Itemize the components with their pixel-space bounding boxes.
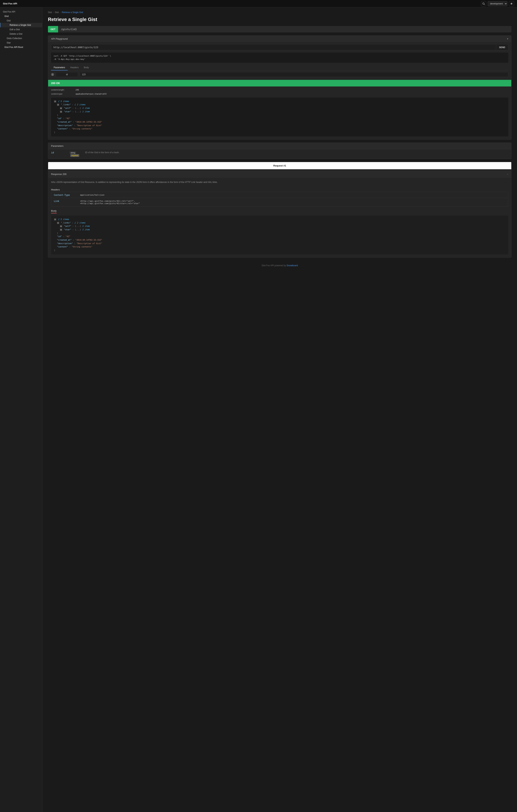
body-json-root-close: } xyxy=(54,249,506,252)
tab-parameters[interactable]: Parameters xyxy=(51,65,68,70)
tab-headers[interactable]: Headers xyxy=(68,65,81,70)
body-section-header: Body xyxy=(51,208,508,214)
json-links-close: } xyxy=(57,114,506,117)
body-json-content: "content" : "String contents" xyxy=(57,245,506,249)
search-button[interactable] xyxy=(481,1,486,6)
json-content: "content" : "String contents" xyxy=(57,127,506,131)
body-json-description: "description" : "Description of Gist" xyxy=(57,242,506,245)
method-badge: GET xyxy=(48,26,58,32)
param-table-type-required: string required xyxy=(66,149,82,159)
theme-toggle-button[interactable] xyxy=(509,1,514,6)
body-toggle-star[interactable]: ⊞ xyxy=(60,229,62,231)
header-row-link: Link <http://api.gistfox.com/gists/42>;r… xyxy=(52,198,508,206)
url-bar: SEND xyxy=(51,44,508,50)
body-toggle-links[interactable]: ⊟ xyxy=(57,222,59,224)
param-row: i xyxy=(48,70,511,78)
content-type-value: application/hal+json; charset=utf-8 xyxy=(76,92,107,96)
main-layout: Gist Fox API Gist Gist Retrieve a Single… xyxy=(0,7,517,812)
param-info-icon: i xyxy=(51,73,54,76)
breadcrumb-sep2: › xyxy=(60,11,61,13)
headers-table: Content-Type application/hal+json Link <… xyxy=(51,192,508,207)
body-label: Body xyxy=(51,210,57,213)
chevron-up-icon: ▾ xyxy=(507,37,508,40)
json-self: ⊞ "self" : {...} 1 item xyxy=(60,107,506,110)
send-button[interactable]: SEND xyxy=(496,45,508,50)
curl-line1: curl -X GET 'http://localhost:8087/gists… xyxy=(54,54,506,58)
breadcrumb-gist2-link[interactable]: Gist xyxy=(55,11,59,13)
request-header: Request #1 xyxy=(48,162,511,169)
playground-header[interactable]: API Playground ▾ xyxy=(48,36,511,42)
response-ok-badge: 200 OK xyxy=(48,80,511,86)
json-id: "id" : "42" xyxy=(57,117,506,120)
body-json-id: "id" : "42" xyxy=(57,235,506,238)
tab-body[interactable]: Body xyxy=(81,65,91,70)
json-links: ⊟ "_links" : { 2 items xyxy=(57,103,506,107)
sidebar-item-star[interactable]: Star xyxy=(0,40,42,45)
theme-icon xyxy=(510,2,513,5)
body-json-root: ⊟ { 5 items xyxy=(54,218,506,221)
url-input[interactable] xyxy=(51,45,496,50)
json-toggle-root[interactable]: ⊟ xyxy=(54,100,56,103)
body-json-self: ⊞ "self" : {...} 1 item xyxy=(60,225,506,228)
sidebar-item-gist-fox-api-top[interactable]: Gist Fox API xyxy=(0,9,42,14)
parameters-table: id string required ID of the Gist in the… xyxy=(48,149,511,159)
top-nav: Gist Fox API developmentproductionstagin… xyxy=(0,0,517,7)
body-toggle-root[interactable]: ⊟ xyxy=(54,218,56,221)
curl-block: curl -X GET 'http://localhost:8087/gists… xyxy=(51,53,508,63)
json-toggle-self[interactable]: ⊞ xyxy=(60,107,62,109)
json-created-at: "created_at" : "2014-04-14T02:15:15Z" xyxy=(57,120,506,124)
body-toggle-self[interactable]: ⊞ xyxy=(60,225,62,227)
header-key-link: Link xyxy=(52,198,78,206)
json-root-open: ⊟ { 5 items xyxy=(54,100,506,103)
body-json-links-close: } xyxy=(57,232,506,235)
param-name-input[interactable] xyxy=(56,72,78,77)
header-row-content-type: Content-Type application/hal+json xyxy=(52,192,508,198)
response-status-label: Response 200 xyxy=(51,173,66,176)
param-table-name: id xyxy=(48,149,66,159)
body-json-created-at: "created_at" : "2014-04-14T02:15:15Z" xyxy=(57,238,506,242)
sidebar-item-gist-sub[interactable]: Gist xyxy=(0,19,42,23)
footer-text: Gist Fox API powered by xyxy=(262,264,287,267)
main-content: Gist › Gist › Retrieve a Single Gist Ret… xyxy=(42,7,517,812)
breadcrumb-sep1: › xyxy=(53,11,54,13)
param-value-input[interactable] xyxy=(80,72,508,77)
header-value-link: <http://api.gistfox.com/gists/42>;rel="s… xyxy=(78,198,508,206)
response-headers-section: Headers Content-Type application/hal+jso… xyxy=(51,187,508,207)
json-star: ⊞ "star" : {...} 1 item xyxy=(60,110,506,114)
playground-tabs: Parameters Headers Body xyxy=(51,65,508,70)
body-json-viewer: ⊟ { 5 items ⊟ "_links" : { 2 items ⊞ "se… xyxy=(51,215,508,255)
sidebar-item-gist-group[interactable]: Gist xyxy=(0,14,42,19)
sidebar-item-gist-fox-api-root[interactable]: Gist Fox API Root xyxy=(0,45,42,50)
param-table-desc: ID of the Gist in the form of a hash. xyxy=(82,149,511,159)
footer: Gist Fox API powered by Snowboard xyxy=(48,261,512,270)
collapse-icon: − xyxy=(507,173,508,176)
request-section: Request #1 Response 200 − HAL+JSON repre… xyxy=(48,162,512,258)
breadcrumb-gist-link[interactable]: Gist xyxy=(48,11,52,13)
json-description: "description" : "Description of Gist" xyxy=(57,124,506,127)
content-length-key: content-length: xyxy=(51,88,76,92)
required-badge: required xyxy=(70,154,79,157)
env-select[interactable]: developmentproductionstaging xyxy=(488,1,508,6)
json-toggle-links[interactable]: ⊟ xyxy=(57,104,59,106)
app-title: Gist Fox API xyxy=(3,2,17,5)
endpoint-path: /gists/{id} xyxy=(58,26,80,32)
endpoint-row: GET /gists/{id} xyxy=(48,26,512,32)
search-icon xyxy=(482,2,485,5)
content-length-value: 246 xyxy=(76,88,107,92)
body-json-star: ⊞ "star" : {...} 1 item xyxy=(60,228,506,232)
body-json-links: ⊟ "_links" : { 2 items xyxy=(57,221,506,225)
headers-section-title: Headers xyxy=(51,187,508,192)
parameters-section: Parameters id string required ID of the … xyxy=(48,143,512,159)
sidebar-item-delete-a-gist[interactable]: Delete a Gist xyxy=(0,32,42,36)
footer-link[interactable]: Snowboard xyxy=(287,264,298,267)
response-meta: content-length: 246 content-type: applic… xyxy=(48,86,511,97)
sidebar-item-edit-a-gist[interactable]: Edit a Gist xyxy=(0,27,42,32)
response-section-header[interactable]: Response 200 − xyxy=(48,171,511,178)
sidebar-item-gists-collection[interactable]: Gists Collection xyxy=(0,36,42,40)
sidebar-item-retrieve-single-gist[interactable]: Retrieve a Single Gist xyxy=(0,23,42,27)
breadcrumb-current: Retrieve a Single Gist xyxy=(62,11,83,13)
json-toggle-star[interactable]: ⊞ xyxy=(60,111,62,113)
parameters-title: Parameters xyxy=(48,143,511,149)
nav-actions: developmentproductionstaging xyxy=(481,1,514,6)
header-key-content-type: Content-Type xyxy=(52,192,78,198)
